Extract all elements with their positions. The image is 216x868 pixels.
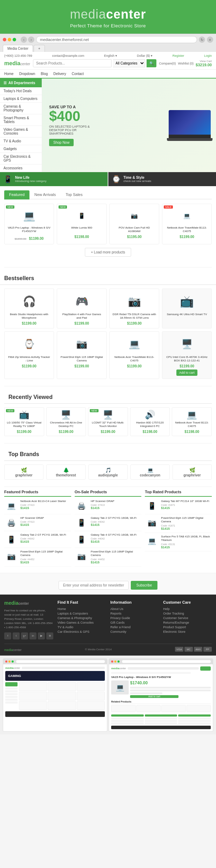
currency-selector[interactable]: Dollar ($) ▾ bbox=[137, 54, 153, 57]
footer-link-about[interactable]: About Us bbox=[110, 607, 159, 611]
footer-link-community[interactable]: Community bbox=[110, 630, 159, 633]
footer-link-service[interactable]: Customer Service bbox=[163, 616, 212, 620]
product-card-3[interactable]: SALE 💻 Netbook Acer TravelMate B113-C407… bbox=[162, 204, 212, 244]
mini-product-s0[interactable]: 🖨️ HP Scanner DRAP Code: #7413 $1415 bbox=[75, 500, 142, 514]
bestseller-card-4[interactable]: ⌚ Fitbit Zip Wireless Activity Tracker -… bbox=[4, 331, 54, 379]
footer-link-privacy[interactable]: Privacy Guide bbox=[110, 616, 159, 620]
footer-link-cameras[interactable]: Cameras & Photography bbox=[58, 616, 106, 620]
linkedin-icon[interactable]: in bbox=[29, 632, 36, 639]
brand-item-1[interactable]: 🌲 themeforest bbox=[46, 464, 86, 480]
brand-item-4[interactable]: 🌿 graphriver bbox=[173, 464, 212, 480]
footer-link-tracking[interactable]: Order Tracking bbox=[163, 612, 212, 615]
settings-button[interactable]: ≡ bbox=[207, 36, 213, 43]
category-select[interactable]: All Categories bbox=[113, 59, 145, 67]
back-button[interactable]: ‹ bbox=[21, 36, 27, 43]
promo-strip-2[interactable]: ⌚ Time & Style check out new arrivals bbox=[108, 172, 216, 186]
close-button[interactable] bbox=[3, 38, 6, 41]
product-card-1[interactable]: NEW 📱 White Lumia 900 $1198.00 bbox=[57, 204, 107, 244]
tab-top-sales[interactable]: Top Sales bbox=[61, 190, 87, 199]
rv-card-3[interactable]: 🔊 Hardon 80D 1757/120 Integrated 6 PC $1… bbox=[130, 407, 170, 436]
site-logo[interactable]: mediacenter bbox=[4, 60, 30, 67]
url-bar[interactable]: mediacenter.themeforest.net bbox=[36, 36, 197, 43]
mini-product-f1[interactable]: 🖨️ HP Scanner DRAP Code: #7413 $1415 bbox=[4, 516, 71, 531]
nav-delivery[interactable]: Delivery bbox=[53, 70, 66, 78]
sidebar-item-videogames[interactable]: Video Games & Consoles bbox=[0, 126, 42, 137]
login-link[interactable]: Login bbox=[204, 54, 212, 57]
footer-link-reports[interactable]: Reports bbox=[110, 612, 159, 615]
sidebar-item-smartphones[interactable]: Smart Phones & Tablets bbox=[0, 114, 42, 126]
forward-button[interactable]: › bbox=[28, 36, 34, 43]
sidebar-item-cameras[interactable]: Cameras & Photography bbox=[0, 103, 42, 114]
brand-item-0[interactable]: 🌿 graphriver bbox=[4, 464, 43, 480]
sidebar-item-carelec[interactable]: Car Electronics & GPS bbox=[0, 153, 42, 164]
register-link[interactable]: Register bbox=[173, 54, 184, 57]
mini-product-r2[interactable]: 💻 Surface Pro 5 TAB 415 16GB, Fi, Black … bbox=[145, 535, 212, 551]
bestseller-card-2[interactable]: 📷 DSR Rebel T5i DSLR Camera with 18-55mm… bbox=[109, 289, 159, 328]
mini-product-s3[interactable]: 📷 PowerShot Elph 115 16MP Digital Camera… bbox=[75, 550, 142, 567]
sidebar-item-tv[interactable]: TV & Audio bbox=[0, 137, 42, 145]
rv-card-1[interactable]: 🖥️ Chromebox H8 All-In-One Desktop PC $1… bbox=[46, 407, 86, 436]
sidebar-item-accessories[interactable]: Accessories bbox=[0, 164, 42, 172]
bestseller-card-3[interactable]: 📺 Samsung 4K Ultra HD Smart TV bbox=[162, 289, 212, 328]
newsletter-input[interactable] bbox=[59, 581, 129, 590]
sidebar-item-hotdeals[interactable]: Today's Hot Deals bbox=[0, 87, 42, 95]
cart-info[interactable]: View Cart $3219.00 bbox=[196, 60, 212, 67]
mini-product-s2[interactable]: 📱 Galaxy Tab 4 GT PCYG 16GB, Wi-Fi Code:… bbox=[75, 533, 142, 548]
footer-link-carelec[interactable]: Car Electronics & GPS bbox=[58, 630, 106, 633]
maximize-button[interactable] bbox=[13, 38, 16, 41]
nav-blog[interactable]: Blog bbox=[41, 70, 48, 78]
rss-icon[interactable]: ⊕ bbox=[46, 632, 53, 639]
compare-link[interactable]: Compare(0) bbox=[159, 62, 176, 65]
mini-product-f0[interactable]: 💻 Netbook Acer B113-C4 Laser Starter Cod… bbox=[4, 500, 71, 514]
tab-new-arrivals[interactable]: New Arrivals bbox=[29, 190, 61, 199]
footer-link-help[interactable]: Help bbox=[163, 607, 212, 611]
mini-product-f3[interactable]: 📷 PowerShot Elph 115 16MP Digital Camera… bbox=[4, 550, 71, 567]
search-input[interactable] bbox=[33, 59, 112, 67]
subscribe-button[interactable]: Subscribe bbox=[131, 581, 157, 590]
bestseller-card-0[interactable]: 🎧 Beats Studio Headphones with Microphon… bbox=[4, 289, 54, 328]
product-card-2[interactable]: 📷 POV Action Cam Full HD A1080AW $1195.0… bbox=[109, 204, 159, 244]
footer-link-refer[interactable]: Refer a Friend bbox=[110, 625, 159, 629]
nav-contact[interactable]: Contact bbox=[72, 70, 83, 78]
footer-link-tv[interactable]: TV & Audio bbox=[58, 625, 106, 629]
minimize-button[interactable] bbox=[8, 38, 11, 41]
bestseller-card-1[interactable]: 🎮 PlayStation 4 with Four Games and Pad … bbox=[57, 289, 107, 328]
rv-card-2[interactable]: NEW 🖥️ LCDMT 32" Full HD Multi-Touch Mon… bbox=[88, 407, 128, 436]
reload-button[interactable]: ↻ bbox=[199, 36, 205, 43]
rv-card-4[interactable]: 💻 Netbook Acer Travel B113-C4075 $1198.0… bbox=[172, 407, 212, 436]
brand-item-3[interactable]: 💻 codecanyon bbox=[130, 464, 170, 480]
add-to-cart-button[interactable]: Add to cart bbox=[176, 369, 197, 376]
gplus-icon[interactable]: g+ bbox=[21, 632, 28, 639]
nav-dropdown[interactable]: Dropdown bbox=[19, 70, 35, 78]
mini-product-r0[interactable]: 📱 Galaxy Tab M7 PC214 10" 16GB Wi-Fi Cod… bbox=[145, 500, 212, 514]
shop-now-button[interactable]: Shop Now bbox=[49, 139, 74, 146]
footer-link-videogames[interactable]: Video Games & Consoles bbox=[58, 621, 106, 624]
footer-link-returns[interactable]: Returns/Exchange bbox=[163, 621, 212, 624]
twitter-icon[interactable]: t bbox=[13, 632, 20, 639]
browser-tab[interactable]: Media Center bbox=[3, 45, 33, 52]
new-tab-button[interactable]: + bbox=[34, 45, 45, 52]
footer-link-support[interactable]: Product Support bbox=[163, 625, 212, 629]
footer-link-giftcards[interactable]: Gift Cards bbox=[110, 621, 159, 624]
wishlist-link[interactable]: Wishlist (0) bbox=[178, 62, 194, 65]
nav-home[interactable]: Home bbox=[4, 70, 14, 78]
footer-link-home[interactable]: Home bbox=[58, 607, 106, 611]
rv-card-0[interactable]: NEW 📺 LG 106/50 75" Class Virtual Realit… bbox=[4, 407, 44, 436]
facebook-icon[interactable]: f bbox=[4, 632, 11, 639]
mini-product-s1[interactable]: 📱 Galaxy Tab 2 GT PCYG 16GB, Wi-Fi Code:… bbox=[75, 516, 142, 531]
tab-featured[interactable]: Featured bbox=[4, 190, 29, 199]
search-button[interactable]: 🔍 bbox=[147, 59, 156, 67]
sidebar-item-gadgets[interactable]: Gadgets bbox=[0, 145, 42, 153]
load-more-button[interactable]: + Load more products bbox=[85, 248, 131, 257]
product-card-0[interactable]: NEW 💻 VA15 Pro Laptop - Windows 8 S/V P1… bbox=[4, 204, 54, 244]
bestseller-card-7[interactable]: 🖥️ CPU Intel Core i5-4670K 3.4GHz BOX BX… bbox=[162, 331, 212, 379]
bestseller-card-5[interactable]: 📷 PowerShot Elph 115 16MP Digital Camera… bbox=[57, 331, 107, 379]
language-selector[interactable]: English ▾ bbox=[104, 54, 117, 57]
sidebar-item-laptops[interactable]: Laptops & Computers bbox=[0, 95, 42, 103]
footer-link-laptops[interactable]: Laptops & Computers bbox=[58, 612, 106, 615]
mini-product-f2[interactable]: 📱 Galaxy Tab 2 GT PCYG 16GB, Wi-Fi Code:… bbox=[4, 533, 71, 548]
bestseller-card-6[interactable]: 💻 Netbook Acer TravelMate B113-C4075 $11… bbox=[109, 331, 159, 379]
youtube-icon[interactable]: ▶ bbox=[38, 632, 45, 639]
footer-link-store[interactable]: Electronic Store bbox=[163, 630, 212, 633]
thumb-add-to-cart[interactable]: Add to cart bbox=[130, 695, 178, 698]
